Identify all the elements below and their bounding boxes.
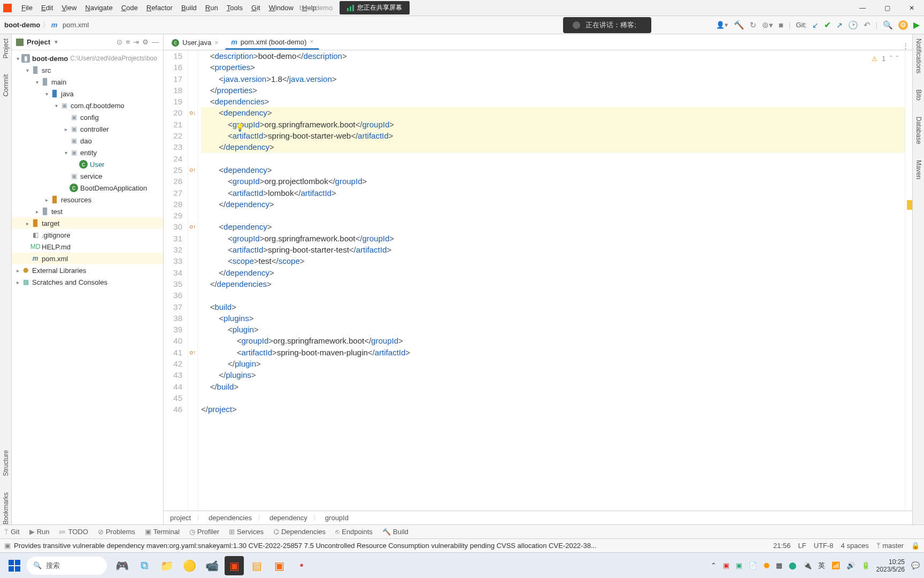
tool-terminal[interactable]: ▣Terminal <box>145 528 180 536</box>
settings-icon[interactable]: ⚙ <box>142 38 149 46</box>
taskbar-app[interactable]: ▣ <box>270 556 289 575</box>
taskbar-app-vscode[interactable]: ⧉ <box>135 556 154 575</box>
minimize-button[interactable]: — <box>850 0 875 16</box>
git-commit-icon[interactable]: ✔ <box>824 20 831 30</box>
update-icon[interactable]: ↻ <box>750 20 757 30</box>
menu-build[interactable]: Build <box>177 4 201 12</box>
taskbar-app-idea[interactable]: ▣ <box>225 556 244 575</box>
taskbar-app[interactable]: 🎮 <box>112 556 132 575</box>
tool-endpoints[interactable]: ⎋Endpoints <box>335 528 373 536</box>
menu-edit[interactable]: Edit <box>37 4 57 12</box>
battery-icon[interactable]: 🔋 <box>861 561 870 569</box>
git-branch[interactable]: ᛘ master <box>876 542 904 550</box>
wifi-icon[interactable]: 📶 <box>831 561 840 569</box>
tool-git[interactable]: ᛘGit <box>4 528 20 536</box>
tree-package[interactable]: ▾▣com.qf.bootdemo <box>12 100 163 111</box>
hide-icon[interactable]: — <box>152 38 159 46</box>
crumb-project[interactable]: project <box>170 514 191 522</box>
taskbar-app-chrome[interactable]: 🟡 <box>180 556 199 575</box>
tab-user-java[interactable]: cUser.java× <box>166 35 224 50</box>
notifications-tool[interactable]: Notifications <box>915 39 922 73</box>
menu-refactor[interactable]: Refactor <box>142 4 177 12</box>
indent[interactable]: 4 spaces <box>841 542 869 550</box>
tree-folder-test[interactable]: ▸▉test <box>12 206 163 217</box>
tree-folder-resources[interactable]: ▸▉resources <box>12 194 163 206</box>
menu-git[interactable]: Git <box>247 4 265 12</box>
tree-pkg-entity[interactable]: ▾▣entity <box>12 147 163 158</box>
tab-options-icon[interactable]: ⋮ <box>902 42 909 50</box>
tray-icon[interactable]: ▦ <box>776 561 782 569</box>
menu-run[interactable]: Run <box>201 4 222 12</box>
taskbar-search[interactable]: 🔍搜索 <box>27 557 107 575</box>
tray-icon[interactable]: ▣ <box>723 561 729 569</box>
code-area[interactable]: 1516171819202122232425262728293031323334… <box>164 50 912 511</box>
tree-folder-src[interactable]: ▾▉src <box>12 64 163 76</box>
tool-build[interactable]: 🔨Build <box>382 528 409 536</box>
lock-icon[interactable]: 🔒 <box>911 542 920 550</box>
menu-window[interactable]: Window <box>265 4 298 12</box>
git-push-icon[interactable]: ↗ <box>836 21 843 29</box>
ide-settings-icon[interactable]: ⚙ <box>898 20 908 30</box>
tree-file-gitignore[interactable]: ◧.gitignore <box>12 229 163 241</box>
tray-icon[interactable]: ⌃ <box>711 561 717 569</box>
breadcrumb[interactable]: boot-demo 〉m pom.xml <box>4 20 89 30</box>
maven-tool[interactable]: Maven <box>915 160 922 179</box>
tray-icon[interactable]: ⬤ <box>789 561 797 569</box>
expand-all-icon[interactable]: ≡ <box>126 38 130 46</box>
menu-view[interactable]: View <box>57 4 81 12</box>
tool-problems[interactable]: ⊘Problems <box>98 528 135 536</box>
taskbar-app-explorer[interactable]: 📁 <box>157 556 176 575</box>
crumb-dependencies[interactable]: dependencies <box>209 514 252 522</box>
structure-tool[interactable]: Structure <box>2 450 10 476</box>
intention-bulb-icon[interactable]: 💡 <box>235 122 244 133</box>
tree-pkg-config[interactable]: ▣config <box>12 111 163 123</box>
editor-breadcrumb[interactable]: project〉dependencies〉dependency〉groupId <box>164 511 912 524</box>
error-stripe[interactable] <box>905 50 912 511</box>
project-tool[interactable]: Project <box>2 39 10 58</box>
bookmarks-tool[interactable]: Bookmarks <box>2 492 10 524</box>
close-icon[interactable]: × <box>214 39 218 47</box>
tab-pom-xml[interactable]: mpom.xml (boot-demo)× <box>225 35 319 50</box>
clock[interactable]: 10:252023/5/26 <box>876 558 905 573</box>
menu-navigate[interactable]: Navigate <box>81 4 117 12</box>
run-config-dropdown[interactable]: ⊚▾ <box>762 20 773 30</box>
encoding[interactable]: UTF-8 <box>814 542 834 550</box>
crumb-groupId[interactable]: groupId <box>325 514 349 522</box>
collapse-all-icon[interactable]: ⇥ <box>133 38 139 46</box>
tree-file-help[interactable]: MDHELP.md <box>12 241 163 253</box>
tool-services[interactable]: ⊞Services <box>229 528 264 536</box>
project-dropdown-icon[interactable]: ▼ <box>53 39 59 45</box>
line-separator[interactable]: LF <box>798 542 806 550</box>
tree-folder-main[interactable]: ▾▉main <box>12 76 163 88</box>
tree-class-user[interactable]: cUser <box>12 158 163 170</box>
play-button[interactable]: ▶ <box>913 20 920 30</box>
tree-external-libs[interactable]: ▸⬣External Libraries <box>12 264 163 276</box>
menu-tools[interactable]: Tools <box>222 4 247 12</box>
select-opened-icon[interactable]: ⊙ <box>117 38 122 46</box>
taskbar-app[interactable]: • <box>292 556 311 575</box>
menu-code[interactable]: Code <box>117 4 142 12</box>
start-button[interactable] <box>4 556 25 576</box>
tree-root[interactable]: ▾▮boot-demoC:\Users\zed\IdeaProjects\boo <box>12 52 163 64</box>
tool-todo[interactable]: ≔TODO <box>59 528 88 536</box>
git-pull-icon[interactable]: ↙ <box>812 21 819 29</box>
tree-pkg-controller[interactable]: ▸▣controller <box>12 123 163 135</box>
tree-scratches[interactable]: ▸▩Scratches and Consoles <box>12 276 163 288</box>
commit-tool[interactable]: Commit <box>2 74 10 96</box>
history-icon[interactable]: 🕑 <box>848 20 858 30</box>
tool-run[interactable]: ▶Run <box>29 528 50 536</box>
close-icon[interactable]: × <box>310 38 313 45</box>
search-icon[interactable]: 🔍 <box>883 20 893 30</box>
tray-icon[interactable]: 📄 <box>749 561 757 569</box>
tool-dependencies[interactable]: ⌬Dependencies <box>273 528 326 536</box>
tree-folder-java[interactable]: ▾▉java <box>12 88 163 100</box>
tree-pkg-dao[interactable]: ▣dao <box>12 135 163 147</box>
taskbar-app-meet[interactable]: 📹 <box>202 556 221 575</box>
database-tool[interactable]: Database <box>915 117 922 144</box>
menu-file[interactable]: File <box>17 4 37 12</box>
stop-button[interactable]: ■ <box>779 20 783 29</box>
close-button[interactable]: ✕ <box>899 0 924 16</box>
tool-profiler[interactable]: ◷Profiler <box>189 528 219 536</box>
inspection-widget[interactable]: ⚠1ˆˇ <box>872 54 898 65</box>
tree-class-app[interactable]: cBootDemoApplication <box>12 182 163 194</box>
